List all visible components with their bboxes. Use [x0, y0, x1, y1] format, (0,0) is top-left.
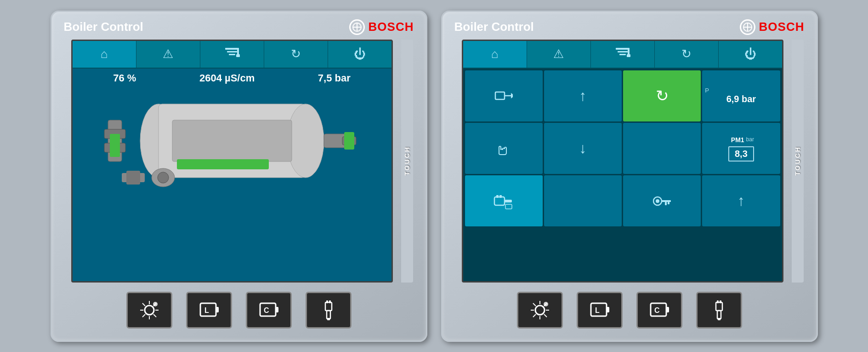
grid-key-icon[interactable]	[623, 175, 701, 226]
power-icon-2: ⏻	[744, 47, 756, 61]
grid-arrow-down-1[interactable]: ↓	[544, 123, 622, 174]
battery-c-btn[interactable]: C	[246, 292, 292, 329]
svg-rect-80	[666, 307, 669, 312]
svg-rect-43	[327, 311, 330, 319]
battery-c-btn-2[interactable]: C	[636, 292, 682, 329]
brand-area-1: BOSCH	[349, 19, 414, 35]
pm1-value: 8,3	[728, 146, 754, 162]
svg-rect-48	[616, 48, 630, 50]
svg-line-71	[533, 303, 536, 306]
plug-btn[interactable]	[306, 292, 352, 329]
refresh-icon: ↻	[291, 47, 301, 61]
svg-rect-56	[494, 197, 505, 205]
svg-rect-83	[717, 300, 719, 303]
svg-text:C: C	[264, 306, 269, 314]
grid-pump-icon[interactable]	[465, 70, 543, 121]
touch-text-2: TOUCH	[794, 146, 801, 176]
settings-sun-btn-2[interactable]	[517, 292, 563, 329]
arrow-up-icon-1: ↑	[579, 87, 586, 104]
svg-rect-77	[607, 307, 609, 312]
nav-bar-2: ⌂ ⚠	[463, 41, 782, 69]
svg-rect-19	[344, 132, 354, 150]
grid-refresh-active[interactable]: ↻	[623, 70, 701, 121]
svg-rect-40	[325, 302, 332, 311]
bottom-icons-1: L C	[126, 283, 352, 333]
svg-rect-5	[229, 54, 235, 55]
battery-l-btn[interactable]: L	[186, 292, 232, 329]
nav-filter-btn-2[interactable]	[591, 41, 655, 68]
svg-rect-35	[216, 307, 219, 312]
svg-line-72	[544, 314, 547, 317]
grid-pressure-p: P 6,9 bar	[702, 70, 780, 121]
screen-2: ⌂ ⚠	[462, 40, 783, 283]
svg-point-24	[145, 306, 154, 315]
arrow-down-icon-1: ↓	[579, 140, 586, 157]
battery-l-btn-2[interactable]: L	[577, 292, 623, 329]
svg-line-30	[153, 314, 156, 317]
grid-content-2: ↑ ↻ P 6,9 bar ↓	[463, 69, 782, 281]
svg-point-75	[544, 302, 548, 306]
plug-icon	[317, 299, 340, 322]
plug-active-icon	[494, 192, 514, 210]
screen-wrapper-1: ⌂ ⚠	[71, 40, 407, 283]
nav-warning-btn-2[interactable]: ⚠	[527, 41, 591, 68]
boiler-svg	[103, 92, 361, 189]
touch-label-2: TOUCH	[792, 40, 804, 283]
panel-2-title: Boiler Control	[454, 20, 534, 34]
svg-rect-44	[327, 318, 330, 320]
nav-refresh-btn[interactable]: ↻	[264, 41, 328, 68]
hand-icon	[495, 140, 512, 156]
battery-l-icon-2: L	[588, 299, 611, 322]
nav-power-btn[interactable]: ⏻	[328, 41, 391, 68]
svg-rect-85	[717, 311, 721, 319]
battery-l-icon: L	[198, 299, 221, 322]
svg-rect-63	[662, 200, 671, 202]
nav-filter-btn[interactable]	[200, 41, 264, 68]
svg-rect-60	[505, 204, 512, 209]
svg-rect-51	[628, 49, 630, 55]
svg-point-14	[287, 104, 324, 178]
grid-arrow-up-2[interactable]: ↑	[702, 175, 780, 226]
svg-rect-7	[236, 54, 240, 57]
svg-rect-4	[227, 51, 237, 52]
svg-rect-6	[237, 49, 239, 55]
arrow-up-icon-2: ↑	[738, 192, 745, 209]
home-icon: ⌂	[101, 47, 108, 61]
svg-rect-16	[177, 159, 269, 169]
settings-sun-icon-2	[528, 299, 551, 322]
svg-rect-42	[329, 300, 331, 303]
svg-line-74	[533, 314, 536, 317]
bosch-brand-text-2: BOSCH	[759, 20, 805, 34]
filter-icon	[224, 46, 240, 62]
svg-line-29	[142, 303, 145, 306]
svg-rect-58	[499, 195, 502, 198]
svg-point-33	[153, 302, 158, 306]
home-icon-2: ⌂	[491, 47, 499, 61]
pressure-value: 7,5 bar	[318, 72, 351, 84]
nav-refresh-btn-2[interactable]: ↻	[655, 41, 719, 68]
svg-rect-50	[619, 54, 626, 55]
warning-icon-2: ⚠	[553, 47, 564, 61]
settings-sun-btn[interactable]	[126, 292, 172, 329]
nav-warning-btn[interactable]: ⚠	[136, 41, 200, 68]
screen-1: ⌂ ⚠	[71, 40, 393, 283]
conductivity-value: 2604 µS/cm	[199, 72, 255, 84]
pressure-p-label: P	[702, 87, 709, 94]
grid-arrow-up-1[interactable]: ↑	[544, 70, 622, 121]
stats-row: 76 % 2604 µS/cm 7,5 bar	[73, 69, 391, 88]
nav-power-btn-2[interactable]: ⏻	[719, 41, 782, 68]
touch-text-1: TOUCH	[403, 146, 411, 176]
nav-home-btn-2[interactable]: ⌂	[463, 41, 527, 68]
svg-point-62	[656, 199, 659, 203]
plug-btn-2[interactable]	[696, 292, 742, 329]
nav-home-btn[interactable]: ⌂	[73, 41, 136, 68]
grid-plug-active[interactable]	[465, 175, 543, 226]
nav-bar-1: ⌂ ⚠	[73, 41, 391, 69]
svg-rect-82	[716, 302, 722, 311]
grid-empty-2	[544, 175, 622, 226]
grid-empty-1	[623, 123, 701, 174]
touch-label-1: TOUCH	[401, 40, 413, 283]
svg-rect-57	[496, 195, 499, 198]
grid-hand-icon[interactable]	[465, 123, 543, 174]
svg-rect-15	[172, 120, 292, 162]
